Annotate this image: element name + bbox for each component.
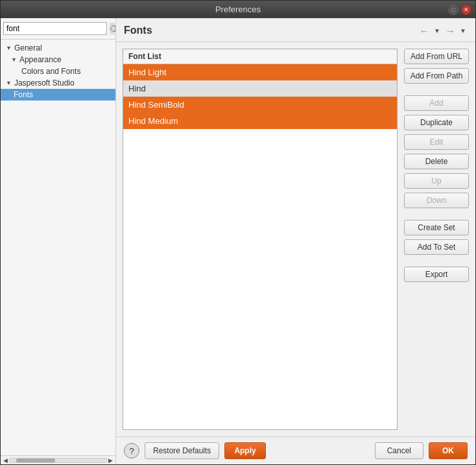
bottom-right: Cancel OK: [375, 442, 468, 459]
sidebar-item-label: Appearance: [19, 55, 62, 64]
scroll-left-icon[interactable]: ◀: [2, 457, 9, 464]
font-item[interactable]: Hind SemiBold: [123, 97, 397, 113]
duplicate-button[interactable]: Duplicate: [404, 115, 469, 130]
font-name: Hind Light: [128, 67, 167, 77]
font-list-header: Font List: [123, 49, 397, 64]
main-title: Fonts: [124, 25, 152, 36]
down-button[interactable]: Down: [404, 193, 469, 208]
bottom-bar: ? Restore Defaults Apply Cancel OK: [116, 436, 475, 464]
back-dropdown-button[interactable]: ▼: [433, 23, 442, 38]
sidebar-tree: ▼ General ▼ Appearance Colors and Fonts …: [1, 40, 115, 455]
sidebar-scrollbar: ◀ ▶: [1, 455, 115, 464]
add-to-set-button[interactable]: Add To Set: [404, 239, 469, 255]
help-button[interactable]: ?: [124, 443, 139, 459]
main-body: Font List Hind Light Hind Hind SemiBold …: [116, 42, 475, 436]
window-title: Preferences: [215, 5, 261, 14]
scroll-right-icon[interactable]: ▶: [107, 457, 114, 464]
search-bar: ⌫: [1, 18, 115, 40]
right-buttons: Add From URL Add From Path Add Duplicate…: [404, 49, 469, 430]
main-header: Fonts ← ▼ → ▼: [116, 18, 475, 42]
sidebar-item-general[interactable]: ▼ General: [1, 42, 115, 54]
font-item[interactable]: Hind: [123, 80, 397, 97]
font-list-area: Font List Hind Light Hind Hind SemiBold …: [123, 49, 398, 430]
create-set-button[interactable]: Create Set: [404, 220, 469, 235]
sidebar-item-appearance[interactable]: ▼ Appearance: [1, 54, 115, 66]
ok-button[interactable]: OK: [429, 442, 468, 459]
font-name: Hind SemiBold: [128, 100, 184, 110]
sidebar-item-label: Colors and Fonts: [21, 67, 80, 76]
sidebar: ⌫ ▼ General ▼ Appearance Colors and Font…: [1, 18, 116, 464]
header-icons: ← ▼ → ▼: [417, 23, 468, 38]
sidebar-item-label: Jaspersoft Studio: [14, 78, 75, 88]
sidebar-item-fonts[interactable]: Fonts: [1, 89, 115, 101]
add-from-url-button[interactable]: Add From URL: [404, 49, 469, 64]
window-content: ⌫ ▼ General ▼ Appearance Colors and Font…: [1, 18, 475, 464]
close-button[interactable]: ✕: [461, 5, 471, 15]
up-button[interactable]: Up: [404, 173, 469, 189]
edit-button[interactable]: Edit: [404, 134, 469, 150]
arrow-icon: ▼: [11, 56, 17, 63]
font-item[interactable]: Hind Light: [123, 64, 397, 80]
arrow-icon: ▼: [6, 80, 12, 86]
forward-dropdown-button[interactable]: ▼: [458, 23, 468, 38]
restore-defaults-button[interactable]: Restore Defaults: [145, 442, 219, 459]
sidebar-item-label: General: [14, 43, 42, 53]
add-button[interactable]: Add: [404, 95, 469, 111]
font-name: Hind: [128, 84, 146, 93]
delete-button[interactable]: Delete: [404, 154, 469, 169]
titlebar-controls: □ ✕: [448, 5, 471, 15]
font-list: Hind Light Hind Hind SemiBold Hind Mediu…: [123, 64, 397, 429]
font-item[interactable]: Hind Medium: [123, 113, 397, 129]
add-from-path-button[interactable]: Add From Path: [404, 68, 469, 84]
sidebar-item-jaspersoft-studio[interactable]: ▼ Jaspersoft Studio: [1, 77, 115, 89]
sidebar-item-colors-and-fonts[interactable]: Colors and Fonts: [1, 66, 115, 77]
font-name: Hind Medium: [128, 116, 178, 126]
preferences-window: Preferences □ ✕ ⌫ ▼ General ▼: [0, 0, 476, 465]
scrollbar-track[interactable]: [9, 458, 107, 463]
cancel-button[interactable]: Cancel: [375, 442, 423, 459]
export-button[interactable]: Export: [404, 267, 469, 282]
minimize-button[interactable]: □: [448, 5, 458, 15]
sidebar-item-label: Fonts: [14, 90, 33, 99]
titlebar: Preferences □ ✕: [1, 1, 475, 18]
main-panel: Fonts ← ▼ → ▼ Font List Hind Light: [116, 18, 475, 464]
scrollbar-thumb[interactable]: [16, 459, 55, 462]
apply-button[interactable]: Apply: [224, 442, 265, 459]
forward-button[interactable]: →: [443, 23, 457, 38]
search-input[interactable]: [3, 22, 107, 35]
back-button[interactable]: ←: [417, 23, 431, 38]
bottom-left: ? Restore Defaults Apply: [124, 442, 266, 459]
arrow-icon: ▼: [6, 45, 12, 51]
